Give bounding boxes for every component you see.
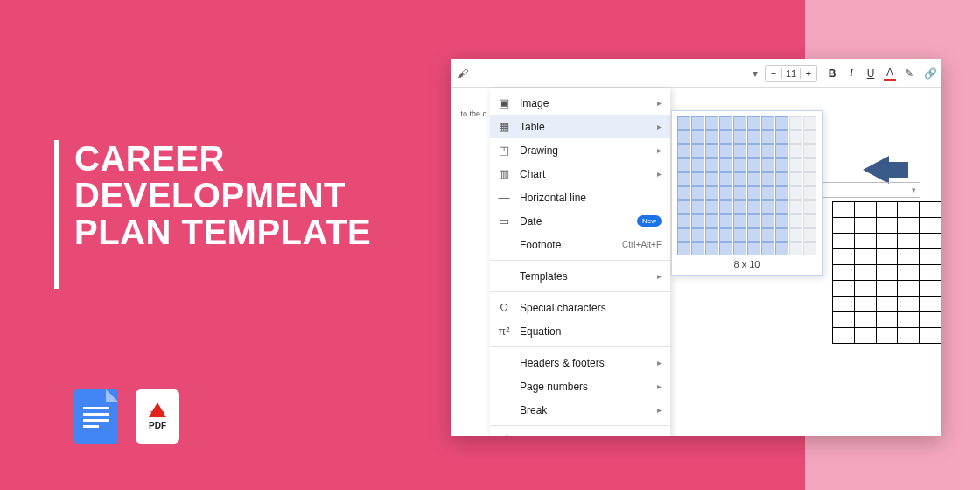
grid-cell[interactable] — [803, 130, 816, 144]
table-cell[interactable] — [876, 234, 898, 249]
grid-cell[interactable] — [719, 158, 732, 172]
grid-cell[interactable] — [733, 242, 746, 256]
grid-cell[interactable] — [775, 214, 788, 228]
table-cell[interactable] — [876, 297, 898, 312]
grid-cell[interactable] — [747, 200, 760, 214]
grid-cell[interactable] — [789, 214, 802, 228]
table-cell[interactable] — [854, 297, 876, 312]
table-cell[interactable] — [854, 312, 876, 328]
grid-cell[interactable] — [691, 186, 704, 200]
grid-cell[interactable] — [761, 158, 774, 172]
grid-cell[interactable] — [705, 172, 718, 186]
menu-item-footnote[interactable]: FootnoteCtrl+Alt+F — [490, 233, 670, 256]
grid-cell[interactable] — [789, 130, 802, 144]
grid-cell[interactable] — [677, 228, 690, 242]
table-cell[interactable] — [898, 312, 920, 328]
grid-cell[interactable] — [803, 186, 816, 200]
grid-cell[interactable] — [775, 158, 788, 172]
table-cell[interactable] — [833, 297, 855, 312]
grid-cell[interactable] — [705, 186, 718, 200]
grid-cell[interactable] — [789, 200, 802, 214]
menu-item-link[interactable]: 🔗LinkCtrl+K — [490, 430, 670, 436]
menu-item-horizontal-line[interactable]: ―Horizontal line — [490, 186, 670, 209]
grid-cell[interactable] — [761, 144, 774, 158]
grid-cell[interactable] — [733, 116, 746, 130]
table-cell[interactable] — [833, 202, 855, 218]
grid-cell[interactable] — [747, 172, 760, 186]
table-cell[interactable] — [854, 234, 876, 249]
text-color-button[interactable]: A — [884, 66, 896, 80]
grid-cell[interactable] — [705, 130, 718, 144]
grid-cell[interactable] — [719, 228, 732, 242]
grid-cell[interactable] — [705, 144, 718, 158]
grid-cell[interactable] — [775, 186, 788, 200]
grid-cell[interactable] — [789, 116, 802, 130]
dropdown-caret-icon[interactable]: ▾ — [749, 67, 761, 80]
menu-item-headers-footers[interactable]: Headers & footers▸ — [490, 351, 670, 374]
grid-cell[interactable] — [761, 200, 774, 214]
grid-cell[interactable] — [719, 130, 732, 144]
table-cell[interactable] — [833, 265, 855, 281]
grid-cell[interactable] — [775, 116, 788, 130]
table-cell[interactable] — [920, 312, 942, 328]
table-cell[interactable] — [920, 234, 942, 249]
table-cell[interactable] — [854, 218, 876, 234]
grid-cell[interactable] — [747, 144, 760, 158]
grid-cell[interactable] — [719, 144, 732, 158]
grid-cell[interactable] — [719, 116, 732, 130]
grid-cell[interactable] — [691, 116, 704, 130]
table-cell[interactable] — [920, 297, 942, 312]
grid-cell[interactable] — [803, 144, 816, 158]
grid-cell[interactable] — [803, 172, 816, 186]
grid-cell[interactable] — [691, 130, 704, 144]
grid-cell[interactable] — [705, 214, 718, 228]
grid-cell[interactable] — [789, 186, 802, 200]
table-cell[interactable] — [833, 281, 855, 297]
table-cell[interactable] — [854, 265, 876, 281]
grid-cell[interactable] — [691, 158, 704, 172]
grid-cell[interactable] — [775, 144, 788, 158]
italic-button[interactable]: I — [845, 66, 858, 80]
grid-cell[interactable] — [691, 172, 704, 186]
grid-cell[interactable] — [761, 242, 774, 256]
font-size-decrease[interactable]: − — [766, 68, 781, 79]
highlight-icon[interactable]: ✎ — [903, 67, 915, 80]
grid-cell[interactable] — [789, 144, 802, 158]
grid-cell[interactable] — [789, 158, 802, 172]
table-cell[interactable] — [920, 202, 942, 218]
table-cell[interactable] — [920, 328, 942, 344]
grid-cell[interactable] — [789, 172, 802, 186]
grid-cell[interactable] — [677, 214, 690, 228]
grid-cell[interactable] — [719, 186, 732, 200]
grid-cell[interactable] — [803, 214, 816, 228]
table-cell[interactable] — [898, 328, 920, 344]
grid-cell[interactable] — [747, 116, 760, 130]
document-table[interactable] — [832, 201, 942, 344]
grid-cell[interactable] — [761, 130, 774, 144]
grid-cell[interactable] — [733, 214, 746, 228]
table-cell[interactable] — [833, 312, 855, 328]
grid-cell[interactable] — [705, 116, 718, 130]
grid-cell[interactable] — [733, 186, 746, 200]
table-cell[interactable] — [898, 281, 920, 297]
grid-cell[interactable] — [691, 242, 704, 256]
grid-cell[interactable] — [775, 228, 788, 242]
grid-cell[interactable] — [719, 242, 732, 256]
table-cell[interactable] — [898, 234, 920, 249]
cell-dropdown[interactable]: ▾ — [822, 182, 920, 198]
menu-item-date[interactable]: ▭DateNew — [490, 209, 670, 233]
grid-cell[interactable] — [789, 228, 802, 242]
table-cell[interactable] — [898, 249, 920, 265]
menu-item-chart[interactable]: ▥Chart▸ — [490, 162, 670, 186]
table-cell[interactable] — [876, 218, 898, 234]
grid-cell[interactable] — [705, 200, 718, 214]
grid-cell[interactable] — [733, 144, 746, 158]
table-cell[interactable] — [876, 249, 898, 265]
table-size-picker[interactable]: 8 x 10 — [671, 110, 822, 276]
grid-cell[interactable] — [747, 186, 760, 200]
grid-cell[interactable] — [691, 144, 704, 158]
menu-item-page-numbers[interactable]: Page numbers▸ — [490, 374, 670, 398]
grid-cell[interactable] — [733, 130, 746, 144]
grid-cell[interactable] — [761, 172, 774, 186]
grid-cell[interactable] — [677, 172, 690, 186]
